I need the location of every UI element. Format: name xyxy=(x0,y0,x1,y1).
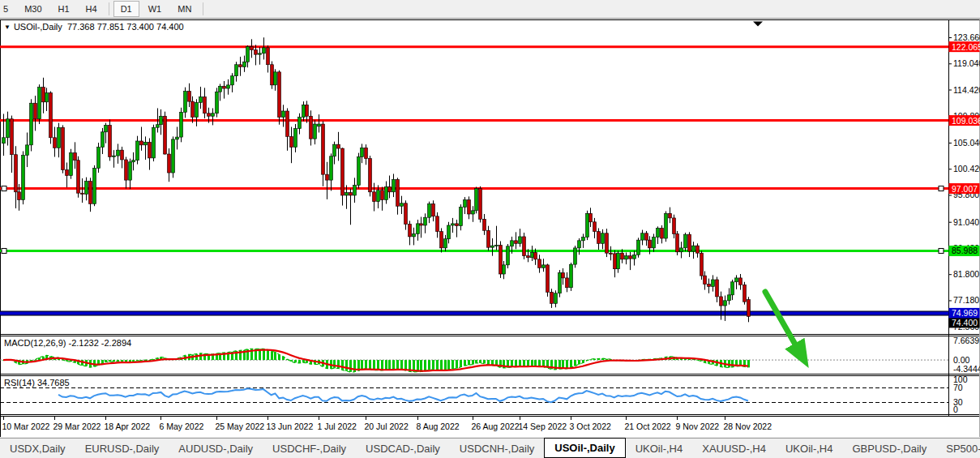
chart-title-text: USOil-,Daily 77.368 77.851 73.400 74.400 xyxy=(14,22,184,32)
candlestick-series xyxy=(2,37,751,322)
symbol-tab-xauusd-h4[interactable]: XAUUSD-,H4 xyxy=(692,439,776,458)
svg-text:95.800: 95.800 xyxy=(953,190,979,199)
svg-text:91.040: 91.040 xyxy=(953,217,979,227)
price-axis: 123.660119.040114.420109.800105.040100.4… xyxy=(948,32,980,332)
svg-text:100: 100 xyxy=(953,375,968,384)
scroll-position-marker-icon xyxy=(753,22,763,27)
svg-text:86.420: 86.420 xyxy=(953,243,979,253)
svg-text:100.420: 100.420 xyxy=(953,164,980,173)
timeframe-button-d1[interactable]: D1 xyxy=(113,1,139,17)
svg-text:119.040: 119.040 xyxy=(953,58,980,68)
chart-title: ▼USOil-,Daily 77.368 77.851 73.400 74.40… xyxy=(4,22,184,32)
macd-indicator-label: MACD(12,26,9) -2.1232 -2.2894 xyxy=(4,338,131,348)
symbol-tab-usdcad-daily[interactable]: USDCAD-,Daily xyxy=(356,439,450,458)
svg-text:0.00: 0.00 xyxy=(953,355,970,365)
timeframe-button-m30[interactable]: M30 xyxy=(17,1,49,17)
svg-text:28 Nov 2022: 28 Nov 2022 xyxy=(724,422,772,431)
svg-text:6 May 2022: 6 May 2022 xyxy=(160,422,204,431)
symbol-tab-usoil-daily[interactable]: USOil-,Daily xyxy=(544,438,625,458)
svg-text:72.560: 72.560 xyxy=(953,322,979,332)
svg-text:3 Oct 2022: 3 Oct 2022 xyxy=(570,422,612,431)
timeframe-button-h4[interactable]: H4 xyxy=(79,1,105,17)
macd-panel xyxy=(0,349,948,372)
symbol-tab-eurusd-daily[interactable]: EURUSD-,Daily xyxy=(75,439,169,458)
svg-text:74.400: 74.400 xyxy=(952,318,978,327)
rsi-indicator-label: RSI(14) 34.7685 xyxy=(4,378,70,387)
timeframe-button-h1[interactable]: H1 xyxy=(51,1,77,17)
timeframe-button-w1[interactable]: W1 xyxy=(141,1,169,17)
symbol-tab-bar: USDX,DailyEURUSD-,DailyAUDUSD-,DailyUSDC… xyxy=(0,438,980,458)
svg-text:26 Aug 2022: 26 Aug 2022 xyxy=(472,422,520,431)
svg-text:123.660: 123.660 xyxy=(953,32,980,42)
svg-text:1 Jul 2022: 1 Jul 2022 xyxy=(318,422,357,431)
line-drag-handle[interactable] xyxy=(2,248,6,253)
svg-text:81.800: 81.800 xyxy=(953,269,979,279)
symbol-tab-sp500-h4[interactable]: SP500-,H4 xyxy=(936,439,980,458)
macd-axis: 7.66390.00-4.3444 xyxy=(953,336,980,374)
toolbar-separator xyxy=(203,2,203,15)
chart-frame xyxy=(0,20,980,438)
svg-text:105.040: 105.040 xyxy=(953,138,980,148)
line-drag-handle[interactable] xyxy=(939,186,944,191)
svg-text:97.007: 97.007 xyxy=(952,184,978,194)
svg-text:25 May 2022: 25 May 2022 xyxy=(216,422,265,431)
svg-text:9 Nov 2022: 9 Nov 2022 xyxy=(676,422,720,431)
svg-text:109.800: 109.800 xyxy=(953,111,980,121)
symbol-tab-gbpusd-daily[interactable]: GBPUSD-,Daily xyxy=(842,439,936,458)
down-trend-arrow[interactable] xyxy=(765,292,801,354)
rsi-panel xyxy=(0,388,948,403)
svg-text:7.6639: 7.6639 xyxy=(953,336,979,345)
svg-text:8 Aug 2022: 8 Aug 2022 xyxy=(417,422,460,431)
chart-canvas[interactable]: 123.660119.040114.420109.800105.040100.4… xyxy=(0,0,980,458)
chart-background xyxy=(0,20,980,437)
horizontal-price-lines[interactable] xyxy=(0,47,948,314)
line-drag-handle[interactable] xyxy=(939,248,944,253)
chart-menu-icon[interactable]: ▼ xyxy=(4,24,11,31)
symbol-tab-ukoil-h4[interactable]: UKOil-,H4 xyxy=(626,439,693,458)
symbol-tab-usdx-daily[interactable]: USDX,Daily xyxy=(0,439,75,458)
trading-terminal-window: 5M30H1H4D1W1MN 123.660119.040114.420109.… xyxy=(0,0,980,458)
timeframe-button-mn[interactable]: MN xyxy=(170,1,199,17)
svg-text:0: 0 xyxy=(953,404,958,414)
line-drag-handle[interactable] xyxy=(2,186,6,191)
svg-text:70: 70 xyxy=(953,383,963,392)
symbol-tab-audusd-daily[interactable]: AUDUSD-,Daily xyxy=(169,439,263,458)
timeframe-toolbar: 5M30H1H4D1W1MN xyxy=(0,0,980,19)
symbol-tab-usdchf-daily[interactable]: USDCHF-,Daily xyxy=(263,439,356,458)
svg-text:21 Oct 2022: 21 Oct 2022 xyxy=(625,422,671,431)
symbol-tab-ukoil-h4[interactable]: UKOil-,H4 xyxy=(776,439,843,458)
svg-text:10 Mar 2022: 10 Mar 2022 xyxy=(2,422,50,431)
time-axis: 10 Mar 202229 Mar 202218 Apr 20226 May 2… xyxy=(2,417,772,431)
svg-text:14 Sep 2022: 14 Sep 2022 xyxy=(519,422,567,431)
current-price-badge xyxy=(949,318,980,327)
rsi-axis: 10070300 xyxy=(953,375,968,414)
timeframe-button-5[interactable]: 5 xyxy=(0,1,15,17)
price-line-badges: 122.065109.03697.00785.98874.96974.400 xyxy=(949,41,980,327)
svg-text:74.969: 74.969 xyxy=(952,308,978,318)
toolbar-separator xyxy=(109,2,109,15)
svg-text:18 Apr 2022: 18 Apr 2022 xyxy=(105,422,151,431)
svg-text:109.036: 109.036 xyxy=(952,116,980,126)
svg-text:122.065: 122.065 xyxy=(952,42,980,52)
svg-text:77.180: 77.180 xyxy=(953,295,979,305)
svg-text:85.988: 85.988 xyxy=(952,246,978,255)
svg-text:114.420: 114.420 xyxy=(953,85,980,95)
symbol-tab-usdcnh-daily[interactable]: USDCNH-,Daily xyxy=(450,439,544,458)
svg-text:20 Jul 2022: 20 Jul 2022 xyxy=(365,422,409,431)
svg-text:30: 30 xyxy=(953,397,963,407)
svg-text:13 Jun 2022: 13 Jun 2022 xyxy=(267,422,314,431)
svg-text:-4.3444: -4.3444 xyxy=(953,364,980,374)
svg-text:29 Mar 2022: 29 Mar 2022 xyxy=(53,422,101,431)
